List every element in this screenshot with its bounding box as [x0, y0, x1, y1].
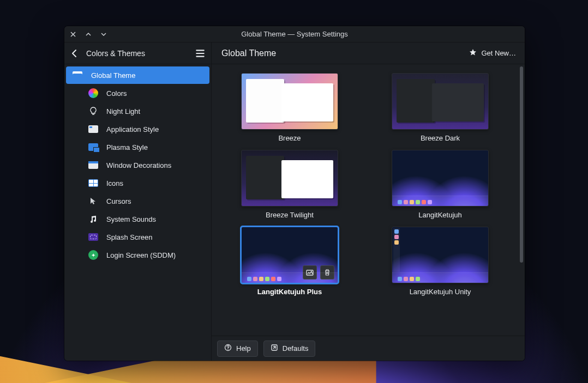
sidebar-item-cursors[interactable]: Cursors	[66, 192, 209, 210]
defaults-button[interactable]: Defaults	[263, 341, 316, 357]
sidebar-item-label: Plasma Style	[106, 143, 148, 151]
sidebar-item-label: Icons	[106, 179, 123, 187]
help-icon	[224, 344, 232, 353]
theme-card-langitketujuh[interactable]: LangitKetujuh	[386, 150, 495, 219]
bulb-icon	[88, 106, 99, 117]
theme-thumbnail	[392, 73, 489, 130]
splash-icon	[88, 232, 99, 242]
menu-button[interactable]	[195, 48, 206, 59]
login-icon: ✦	[88, 250, 99, 260]
theme-label: Breeze Twilight	[266, 211, 314, 219]
theme-thumbnail	[241, 150, 338, 206]
theme-thumbnail	[241, 227, 338, 283]
system-settings-window: Global Theme — System Settings Colors & …	[64, 26, 525, 361]
delete-theme-button[interactable]	[320, 265, 334, 279]
theme-card-langitketujuh-unity[interactable]: LangitKetujuh Unity	[386, 227, 495, 296]
sidebar-item-label: Night Light	[106, 107, 140, 115]
global-theme-icon	[71, 69, 83, 81]
sidebar-item-night-light[interactable]: Night Light	[66, 102, 209, 120]
theme-card-breeze[interactable]: Breeze	[235, 73, 344, 142]
header-right: Global Theme Get New…	[212, 42, 525, 64]
svg-rect-0	[307, 270, 313, 275]
window-decorations-icon	[88, 160, 99, 171]
preview-theme-button[interactable]	[303, 265, 317, 279]
header-left: Colors & Themes	[64, 42, 212, 64]
theme-thumbnail	[392, 150, 489, 206]
theme-actions	[303, 265, 334, 279]
get-new-button[interactable]: Get New…	[469, 48, 516, 58]
sidebar-item-icons[interactable]: Icons	[66, 174, 209, 192]
scrollbar-thumb[interactable]	[520, 66, 523, 263]
body: Global Theme Colors Night Light Applicat…	[64, 64, 525, 361]
icons-icon	[88, 178, 99, 189]
theme-grid: Breeze Breeze Dark Breeze Twilight	[212, 64, 518, 336]
sidebar-item-label: Colors	[106, 89, 127, 98]
main-content: Breeze Breeze Dark Breeze Twilight	[212, 64, 525, 361]
sidebar-item-label: Login Screen (SDDM)	[106, 251, 176, 259]
maximize-icon[interactable]	[99, 30, 108, 39]
help-button[interactable]: Help	[217, 341, 258, 357]
footer: Help Defaults	[212, 336, 525, 361]
sidebar-item-window-decorations[interactable]: Window Decorations	[66, 156, 209, 174]
sidebar-item-label: Global Theme	[91, 71, 135, 80]
theme-label: LangitKetujuh Plus	[257, 288, 322, 296]
sidebar-item-plasma-style[interactable]: Plasma Style	[66, 138, 209, 156]
defaults-label: Defaults	[283, 344, 309, 352]
get-new-label: Get New…	[481, 49, 516, 57]
breadcrumb[interactable]: Colors & Themes	[86, 49, 145, 58]
plasma-style-icon	[88, 142, 99, 153]
sidebar-item-label: Splash Screen	[106, 233, 153, 241]
sidebar-item-label: Window Decorations	[106, 161, 171, 169]
window-controls	[69, 26, 108, 42]
header: Colors & Themes Global Theme Get New…	[64, 42, 525, 64]
sidebar-item-label: Application Style	[106, 125, 159, 133]
colors-icon	[88, 88, 99, 99]
theme-label: Breeze	[278, 134, 301, 142]
theme-label: LangitKetujuh	[418, 211, 462, 219]
sidebar-item-splash-screen[interactable]: Splash Screen	[66, 228, 209, 246]
theme-label: LangitKetujuh Unity	[410, 288, 471, 296]
sidebar: Global Theme Colors Night Light Applicat…	[64, 64, 212, 361]
music-note-icon	[88, 214, 99, 224]
sidebar-item-label: System Sounds	[106, 215, 156, 223]
sidebar-item-login-screen[interactable]: ✦ Login Screen (SDDM)	[66, 246, 209, 264]
back-button[interactable]	[70, 48, 80, 58]
theme-card-breeze-twilight[interactable]: Breeze Twilight	[235, 150, 344, 219]
app-style-icon	[88, 124, 99, 135]
theme-label: Breeze Dark	[421, 134, 460, 142]
help-label: Help	[236, 344, 251, 352]
close-icon[interactable]	[69, 30, 77, 39]
star-icon	[469, 48, 477, 58]
window-title: Global Theme — System Settings	[241, 30, 348, 38]
theme-card-langitketujuh-plus[interactable]: LangitKetujuh Plus	[235, 227, 344, 296]
theme-thumbnail	[392, 227, 489, 283]
restore-icon	[271, 344, 278, 353]
sidebar-item-label: Cursors	[106, 197, 131, 205]
titlebar: Global Theme — System Settings	[64, 26, 525, 42]
minimize-icon[interactable]	[84, 30, 93, 39]
sidebar-item-colors[interactable]: Colors	[66, 84, 209, 102]
theme-grid-scroll: Breeze Breeze Dark Breeze Twilight	[212, 64, 525, 336]
theme-thumbnail	[241, 73, 338, 130]
page-title: Global Theme	[221, 48, 276, 58]
sidebar-item-global-theme[interactable]: Global Theme	[66, 66, 209, 84]
scrollbar[interactable]	[520, 66, 523, 333]
cursor-icon	[88, 196, 99, 206]
theme-card-breeze-dark[interactable]: Breeze Dark	[386, 73, 495, 142]
sidebar-item-application-style[interactable]: Application Style	[66, 120, 209, 138]
sidebar-item-system-sounds[interactable]: System Sounds	[66, 210, 209, 228]
